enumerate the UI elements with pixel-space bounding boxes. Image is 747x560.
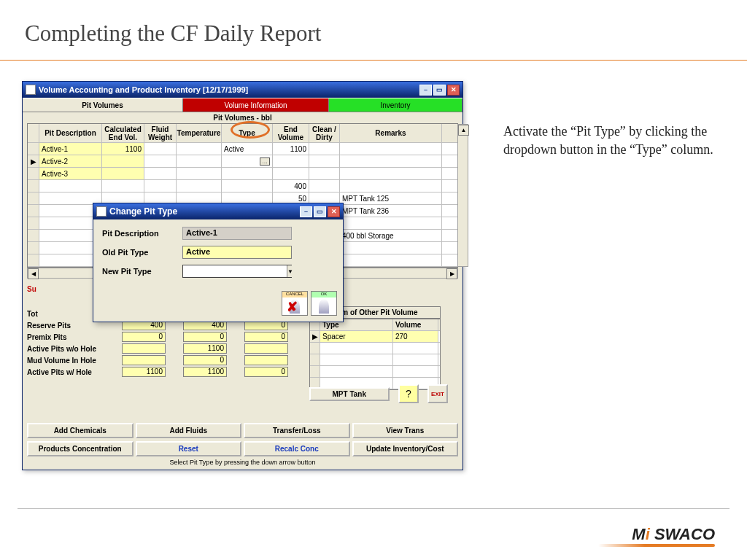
add-fluids-button[interactable]: Add Fluids	[136, 423, 242, 438]
cell-remarks[interactable]	[340, 254, 442, 266]
table-row[interactable]: Active-3	[28, 168, 457, 180]
cell-clean-dirty[interactable]	[309, 155, 340, 167]
cell-calc[interactable]: 1100	[102, 143, 144, 155]
cell-remarks[interactable]	[340, 180, 442, 192]
cell-desc[interactable]: Active-3	[39, 168, 102, 179]
cell-remarks[interactable]	[340, 242, 442, 254]
reset-button[interactable]: Reset	[136, 441, 242, 456]
minimize-button[interactable]: –	[419, 85, 432, 96]
cell-clean-dirty[interactable]	[309, 168, 340, 179]
table-row[interactable]: ▶Active-2…	[28, 155, 457, 168]
dialog-minimize-button[interactable]: –	[300, 206, 312, 217]
cell-weight[interactable]	[144, 143, 177, 155]
scrollbar-vertical[interactable]: ▲	[457, 124, 468, 267]
cell-temp[interactable]	[177, 168, 222, 179]
new-pit-type-input[interactable]	[183, 265, 287, 277]
add-chemicals-button[interactable]: Add Chemicals	[27, 423, 133, 438]
summary-cell-c[interactable]: 0	[244, 332, 288, 342]
summary-cell-a[interactable]	[122, 355, 166, 365]
cell-temp[interactable]	[177, 155, 222, 167]
cell-type[interactable]	[222, 180, 273, 192]
tab-volume-information[interactable]: Volume Information	[183, 98, 329, 112]
cell-end[interactable]	[273, 168, 309, 179]
side-row[interactable]: ▶ Spacer 270	[310, 331, 440, 343]
cell-desc[interactable]: Active-1	[39, 143, 102, 155]
update-inventory-button[interactable]: Update Inventory/Cost	[352, 441, 459, 456]
col-end-volume[interactable]: End Volume	[273, 124, 309, 142]
cell-calc[interactable]	[102, 168, 144, 179]
cell-weight[interactable]	[144, 155, 177, 167]
tab-pit-volumes[interactable]: Pit Volumes	[23, 98, 183, 112]
cell-remarks[interactable]: 400 bbl Storage	[340, 230, 442, 241]
summary-cell-a[interactable]: 1100	[122, 367, 166, 377]
cell-remarks[interactable]: MPT Tank 236	[340, 205, 442, 217]
exit-icon: EXIT	[431, 391, 444, 397]
cell-remarks[interactable]	[340, 143, 442, 155]
cell-calc[interactable]	[102, 155, 144, 167]
maximize-button[interactable]: ▭	[433, 85, 446, 96]
cell-calc[interactable]	[102, 180, 144, 192]
col-pit-description[interactable]: Pit Description	[39, 124, 102, 142]
summary-cell-b[interactable]: 1100	[183, 343, 227, 354]
cell-clean-dirty[interactable]	[309, 180, 340, 192]
col-temperature[interactable]: Temperature	[177, 124, 222, 142]
cell-remarks[interactable]	[340, 217, 442, 229]
cell-weight[interactable]	[144, 168, 177, 179]
view-trans-button[interactable]: View Trans	[352, 423, 459, 438]
cell-remarks[interactable]	[340, 155, 442, 167]
cell-remarks[interactable]: MPT Tank 125	[340, 192, 442, 204]
scroll-right-icon[interactable]: ▶	[446, 268, 457, 279]
col-type[interactable]: Type	[222, 124, 273, 142]
cell-type[interactable]: Active	[222, 143, 273, 155]
tab-inventory[interactable]: Inventory	[329, 98, 462, 112]
cell-type[interactable]	[222, 168, 273, 179]
table-row[interactable]: 400	[28, 180, 457, 192]
scroll-left-icon[interactable]: ◀	[28, 268, 39, 279]
transfer-loss-button[interactable]: Transfer/Loss	[244, 423, 350, 438]
button-row-1: Add Chemicals Add Fluids Transfer/Loss V…	[27, 423, 458, 438]
summary-cell-c[interactable]	[244, 355, 288, 365]
cell-end[interactable]	[273, 155, 309, 167]
help-button[interactable]: ?	[398, 384, 419, 403]
cancel-button[interactable]: CANCEL ✘	[282, 291, 308, 316]
exit-button[interactable]: EXIT	[427, 384, 448, 403]
cell-temp[interactable]	[177, 143, 222, 155]
summary-cell-c[interactable]	[244, 343, 288, 354]
cell-temp[interactable]	[177, 180, 222, 192]
cell-desc[interactable]: Active-2	[39, 155, 102, 167]
dropdown-button-icon[interactable]: …	[260, 158, 270, 166]
close-button[interactable]: ✕	[447, 85, 460, 96]
col-remarks[interactable]: Remarks	[340, 124, 442, 142]
side-cell-vol: 270	[393, 331, 438, 342]
cell-remarks[interactable]	[340, 168, 442, 179]
cell-desc[interactable]	[39, 180, 102, 192]
scroll-up-icon[interactable]: ▲	[458, 125, 469, 136]
ok-button[interactable]: OK	[311, 291, 337, 316]
side-col-volume: Volume	[393, 319, 438, 330]
summary-cell-c[interactable]: 0	[244, 367, 288, 377]
mpt-tank-button[interactable]: MPT Tank	[309, 387, 390, 401]
main-titlebar[interactable]: Volume Accounting and Product Inventory …	[23, 82, 462, 98]
cell-clean-dirty[interactable]	[309, 143, 340, 155]
summary-cell-b[interactable]: 1100	[183, 367, 227, 377]
new-pit-type-combo[interactable]: ▼	[182, 265, 292, 278]
table-row[interactable]: Active-11100Active1100	[28, 143, 457, 155]
cell-end[interactable]: 400	[273, 180, 309, 192]
chevron-down-icon[interactable]: ▼	[287, 265, 293, 277]
col-fluid-weight[interactable]: Fluid Weight	[144, 124, 177, 142]
dialog-titlebar[interactable]: Change Pit Type – ▭ ✕	[93, 203, 343, 219]
summary-cell-a[interactable]	[122, 343, 166, 354]
summary-cell-b[interactable]: 0	[183, 355, 227, 365]
col-clean-dirty[interactable]: Clean / Dirty	[309, 124, 340, 142]
cell-weight[interactable]	[144, 180, 177, 192]
summary-cell-a[interactable]: 0	[122, 332, 166, 342]
dialog-close-button[interactable]: ✕	[328, 206, 340, 217]
cell-end[interactable]: 1100	[273, 143, 309, 155]
products-concentration-button[interactable]: Products Concentration	[27, 441, 133, 456]
col-calc-end-vol[interactable]: Calculated End Vol.	[102, 124, 144, 142]
row-selector: ▶	[28, 155, 39, 167]
summary-cell-b[interactable]: 0	[183, 332, 227, 342]
recalc-conc-button[interactable]: Recalc Conc	[244, 441, 350, 456]
cell-type[interactable]: …	[222, 155, 273, 167]
dialog-maximize-button[interactable]: ▭	[314, 206, 326, 217]
